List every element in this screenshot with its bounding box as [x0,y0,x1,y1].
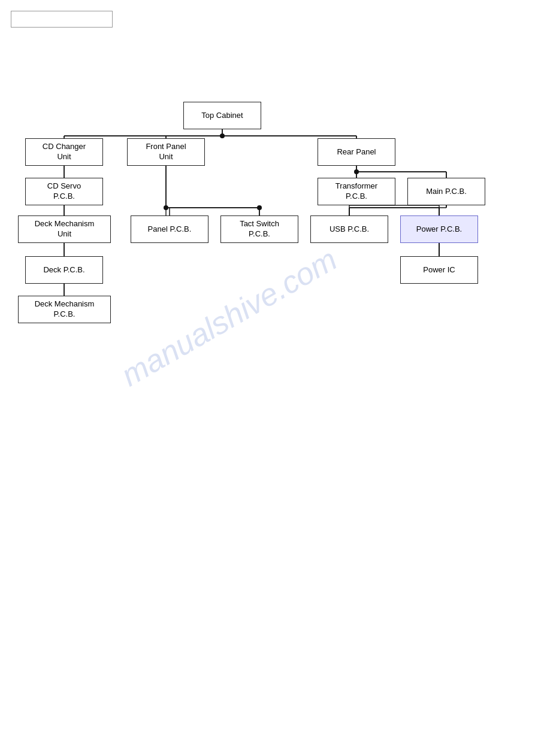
usb-pcb-node: USB P.C.B. [310,215,388,243]
deck-mech2-node: Deck MechanismP.C.B. [18,296,111,323]
svg-point-48 [164,205,168,210]
top-input[interactable] [11,11,113,28]
rear-panel-label: Rear Panel [337,147,376,157]
tact-switch-node: Tact SwitchP.C.B. [220,215,298,243]
front-panel-label: Front PanelUnit [146,142,186,162]
deck-pcb-node: Deck P.C.B. [25,256,103,284]
cd-changer-node: CD ChangerUnit [25,138,103,166]
deck-pcb-label: Deck P.C.B. [43,265,84,275]
panel-pcb-label: Panel P.C.B. [148,224,192,235]
deck-mech-node: Deck MechanismUnit [18,215,111,243]
usb-pcb-label: USB P.C.B. [330,224,369,235]
svg-point-47 [354,169,359,174]
svg-line-44 [349,205,446,208]
panel-pcb-node: Panel P.C.B. [131,215,208,243]
cd-servo-label: CD ServoP.C.B. [47,181,81,202]
cd-servo-node: CD ServoP.C.B. [25,178,103,205]
power-pcb-label: Power P.C.B. [416,224,462,235]
watermark: manualshive.com [115,241,343,393]
deck-mech-label: Deck MechanismUnit [35,219,95,239]
top-cabinet-label: Top Cabinet [201,111,243,121]
svg-point-49 [257,205,262,210]
top-cabinet-node: Top Cabinet [183,102,261,129]
main-pcb-node: Main P.C.B. [407,178,485,205]
front-panel-node: Front PanelUnit [127,138,205,166]
power-pcb-node: Power P.C.B. [400,215,478,243]
svg-point-46 [220,133,225,138]
transformer-label: TransformerP.C.B. [335,181,377,202]
power-ic-node: Power IC [400,256,478,284]
deck-mech2-label: Deck MechanismP.C.B. [35,299,95,320]
transformer-node: TransformerP.C.B. [318,178,395,205]
main-pcb-label: Main P.C.B. [426,187,467,197]
tact-switch-label: Tact SwitchP.C.B. [240,219,279,239]
rear-panel-node: Rear Panel [318,138,395,166]
cd-changer-label: CD ChangerUnit [43,142,86,162]
power-ic-label: Power IC [423,265,455,275]
